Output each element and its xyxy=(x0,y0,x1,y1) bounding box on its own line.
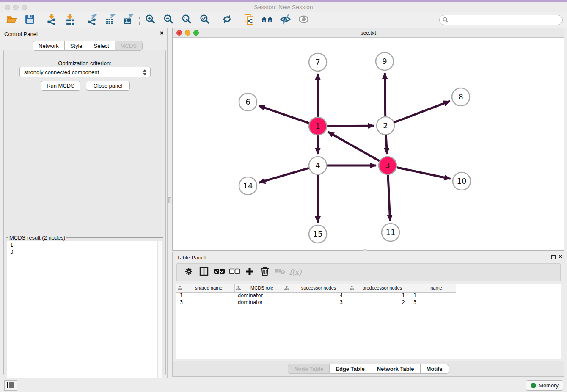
graph-edge-3-1[interactable] xyxy=(328,132,380,161)
graph-node-11[interactable]: 11 xyxy=(382,224,399,241)
duplicate-network-button[interactable] xyxy=(240,13,258,27)
show-column-panel-button[interactable] xyxy=(196,265,212,279)
float-panel-icon[interactable] xyxy=(153,32,157,36)
save-session-button[interactable] xyxy=(21,13,39,27)
cell-shared-name[interactable]: 3 xyxy=(176,299,234,306)
cell-predecessor-nodes[interactable]: 1 xyxy=(348,292,410,299)
export-network-button[interactable] xyxy=(83,13,101,27)
vertical-splitter[interactable] xyxy=(167,28,172,378)
cell-successor-nodes[interactable]: 3 xyxy=(283,299,348,306)
table-row[interactable]: 3 dominator 3 2 3 xyxy=(176,299,456,306)
export-table-button[interactable] xyxy=(101,13,119,27)
float-panel-icon[interactable] xyxy=(551,255,556,259)
mcds-panel: Optimization criterion: strongly connect… xyxy=(3,50,166,375)
close-panel-icon[interactable]: × xyxy=(559,253,562,260)
apply-layout-button[interactable] xyxy=(218,13,236,27)
graph-node-15[interactable]: 15 xyxy=(309,225,327,243)
run-mcds-button[interactable]: Run MCDS xyxy=(41,81,80,91)
cell-mcds-role[interactable]: dominator xyxy=(234,292,283,299)
column-header-mcds-role[interactable]: MCDS role xyxy=(234,284,283,292)
network-overview-button[interactable] xyxy=(258,13,276,27)
zoom-out-icon xyxy=(163,14,174,27)
tab-mcds[interactable]: MCDS xyxy=(115,41,143,51)
birdseye-view-button[interactable] xyxy=(295,13,313,27)
mcds-result-title: MCDS result (2 nodes) xyxy=(8,235,66,241)
tab-node-table[interactable]: Node Table xyxy=(288,364,330,374)
table-settings-button[interactable] xyxy=(181,265,196,279)
tab-edge-table[interactable]: Edge Table xyxy=(330,364,371,374)
graph-node-4[interactable]: 4 xyxy=(309,157,327,174)
scrollbar[interactable] xyxy=(157,241,162,392)
column-header-name[interactable]: name xyxy=(410,284,456,292)
memory-button[interactable]: Memory xyxy=(526,380,563,391)
graph-node-label: 11 xyxy=(386,228,396,237)
column-header-shared-name[interactable]: shared name xyxy=(176,284,234,292)
optimization-criterion-select[interactable]: strongly connected component xyxy=(19,67,151,77)
refresh-icon xyxy=(221,14,233,27)
cell-name[interactable]: 3 xyxy=(410,299,456,306)
gear-icon xyxy=(184,267,193,278)
tab-select[interactable]: Select xyxy=(88,41,115,51)
cell-shared-name[interactable]: 1 xyxy=(176,292,234,299)
titlebar[interactable]: Session: New Session xyxy=(0,2,567,12)
search-icon xyxy=(443,17,449,25)
graph-node-label: 14 xyxy=(243,181,253,190)
graph-node-6[interactable]: 6 xyxy=(239,93,257,111)
task-history-button[interactable] xyxy=(4,380,17,391)
table-row[interactable]: 1 dominator 4 1 1 xyxy=(176,292,456,299)
select-all-columns-button[interactable] xyxy=(212,265,227,279)
cell-successor-nodes[interactable]: 4 xyxy=(283,292,348,299)
cell-predecessor-nodes[interactable]: 2 xyxy=(348,299,410,306)
zoom-in-button[interactable] xyxy=(141,13,160,27)
column-header-successor-nodes[interactable]: successor nodes xyxy=(283,284,348,292)
graph-node-2[interactable]: 2 xyxy=(377,117,394,135)
mcds-result-textarea[interactable]: 1 3 xyxy=(7,241,162,392)
horizontal-splitter-handle[interactable] xyxy=(363,249,367,251)
graph-node-label: 3 xyxy=(385,161,390,170)
graph-node-10[interactable]: 10 xyxy=(453,172,471,190)
tab-motifs[interactable]: Motifs xyxy=(421,364,449,374)
network-window-titlebar[interactable]: x − + scc.txt xyxy=(173,28,564,38)
graph-node-3[interactable]: 3 xyxy=(379,157,396,174)
graph-edge-2-9[interactable] xyxy=(385,73,385,116)
close-panel-icon[interactable]: × xyxy=(160,30,164,36)
graph-edge-4-14[interactable] xyxy=(259,168,309,182)
graph-node-9[interactable]: 9 xyxy=(376,52,394,70)
function-builder-button[interactable]: f(x) xyxy=(288,265,303,279)
search-input[interactable] xyxy=(439,15,563,25)
tab-style[interactable]: Style xyxy=(65,41,88,51)
import-table-button[interactable] xyxy=(61,13,79,27)
open-session-button[interactable] xyxy=(3,13,21,27)
delete-selected-rows-button[interactable] xyxy=(257,265,272,279)
network-canvas[interactable]: 1234678910111415 xyxy=(173,38,564,250)
graph-node-14[interactable]: 14 xyxy=(239,177,257,195)
tab-network-table[interactable]: Network Table xyxy=(371,364,421,374)
search-field xyxy=(439,15,563,25)
graph-edge-2-8[interactable] xyxy=(394,101,450,123)
zoom-selected-button[interactable] xyxy=(196,13,214,27)
graph-node-8[interactable]: 8 xyxy=(452,88,470,106)
cell-mcds-role[interactable]: dominator xyxy=(234,299,283,306)
graph-edge-1-6[interactable] xyxy=(259,106,309,123)
graph-node-1[interactable]: 1 xyxy=(309,117,327,135)
zoom-out-button[interactable] xyxy=(160,13,178,27)
splitter-handle[interactable] xyxy=(168,197,171,203)
graphics-details-button[interactable] xyxy=(276,13,295,27)
export-image-button[interactable] xyxy=(119,13,138,27)
column-header-predecessor-nodes[interactable]: predecessor nodes xyxy=(348,284,410,292)
graph-node-label: 9 xyxy=(382,57,387,66)
delete-column-button[interactable] xyxy=(272,265,288,279)
graph-edge-3-10[interactable] xyxy=(397,168,451,179)
plus-icon xyxy=(245,267,254,278)
cell-name[interactable]: 1 xyxy=(410,292,456,299)
close-panel-button[interactable]: Close panel xyxy=(86,81,130,91)
create-column-button[interactable] xyxy=(242,265,257,279)
graph-node-7[interactable]: 7 xyxy=(309,53,327,71)
unselect-all-columns-button[interactable] xyxy=(227,265,242,279)
tab-network[interactable]: Network xyxy=(33,41,65,51)
zoom-fit-button[interactable] xyxy=(178,13,196,27)
import-network-button[interactable] xyxy=(43,13,61,27)
graph-edge-1-2[interactable] xyxy=(327,126,374,126)
graph-edge-3-11[interactable] xyxy=(388,175,390,221)
graph-edge-2-3[interactable] xyxy=(386,135,387,154)
